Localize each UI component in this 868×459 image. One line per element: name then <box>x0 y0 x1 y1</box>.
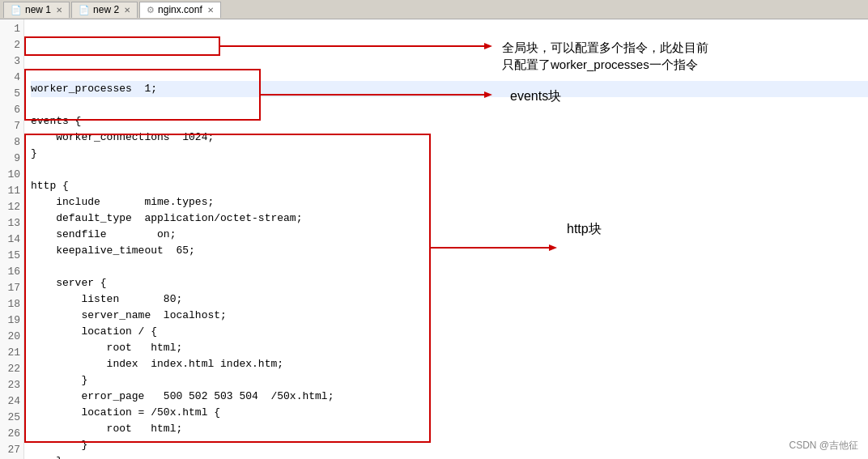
code-line-9: include mime.types; <box>31 194 868 210</box>
annotation3-area: http块 <box>567 220 729 238</box>
line-number-15: 15 <box>0 248 20 264</box>
line-number-12: 12 <box>0 199 20 215</box>
code-line-20: } <box>31 372 868 389</box>
code-line-17: location / { <box>31 324 868 340</box>
code-line-16: server_name localhost; <box>31 308 868 324</box>
code-line-15: listen 80; <box>31 291 868 308</box>
tab-new1-icon: 📄 <box>11 5 22 15</box>
code-line-10: default_type application/octet-stream; <box>31 210 868 227</box>
code-line-3 <box>31 97 868 113</box>
tab-bar: 📄 new 1 ✕ 📄 new 2 ✕ ⚙ nginx.conf ✕ <box>0 0 868 19</box>
tab-new1[interactable]: 📄 new 1 ✕ <box>3 2 70 18</box>
code-line-6: } <box>31 146 868 162</box>
line-number-19: 19 <box>0 312 20 329</box>
line-number-2: 2 <box>0 37 20 53</box>
line-number-10: 10 <box>0 167 20 183</box>
line-number-7: 7 <box>0 118 20 134</box>
code-content[interactable]: worker_processes 1; events { worker_conn… <box>24 19 868 459</box>
tab-nginx-conf-close[interactable]: ✕ <box>207 6 214 15</box>
line-number-6: 6 <box>0 102 20 118</box>
tab-new2[interactable]: 📄 new 2 ✕ <box>71 2 138 18</box>
annotation1-area: 全局块，可以配置多个指令，此处目前 只配置了worker_processes一个… <box>502 39 826 73</box>
line-number-11: 11 <box>0 183 20 199</box>
line-number-25: 25 <box>0 410 20 426</box>
tab-nginx-conf-icon: ⚙ <box>147 5 155 15</box>
tab-new2-icon: 📄 <box>79 5 90 15</box>
main-content: 1234567891011121314151617181920212223242… <box>0 19 868 459</box>
line-number-13: 13 <box>0 215 20 232</box>
code-line-25: } <box>31 453 868 459</box>
line-number-21: 21 <box>0 345 20 361</box>
line-number-27: 27 <box>0 442 20 458</box>
code-line-4: events { <box>31 113 868 130</box>
annotation3-text: http块 <box>567 220 729 238</box>
csdn-watermark: CSDN @吉他征 <box>789 439 858 453</box>
code-line-12: keepalive_timeout 65; <box>31 243 868 259</box>
code-line-14: server { <box>31 275 868 291</box>
line-number-16: 16 <box>0 264 20 280</box>
code-line-18: root html; <box>31 340 868 356</box>
line-number-9: 9 <box>0 151 20 167</box>
annotation2-area: events块 <box>510 87 672 105</box>
tab-new1-label: new 1 <box>25 4 51 15</box>
line-number-22: 22 <box>0 361 20 377</box>
line-number-24: 24 <box>0 393 20 410</box>
tab-nginx-conf-label: nginx.conf <box>158 4 202 15</box>
code-line-7 <box>31 162 868 178</box>
line-number-17: 17 <box>0 280 20 296</box>
line-number-4: 4 <box>0 70 20 86</box>
code-line-19: index index.html index.htm; <box>31 356 868 372</box>
line-number-14: 14 <box>0 232 20 248</box>
line-number-3: 3 <box>0 53 20 70</box>
code-line-21: error_page 500 502 503 504 /50x.html; <box>31 389 868 405</box>
line-number-1: 1 <box>0 21 20 37</box>
code-line-11: sendfile on; <box>31 227 868 243</box>
line-number-5: 5 <box>0 86 20 102</box>
line-numbers: 1234567891011121314151617181920212223242… <box>0 19 24 459</box>
code-line-13 <box>31 259 868 275</box>
code-line-24: } <box>31 437 868 453</box>
code-line-23: root html; <box>31 421 868 437</box>
annotation1-text1: 全局块，可以配置多个指令，此处目前 <box>502 39 826 56</box>
annotation2-text: events块 <box>510 87 672 105</box>
tab-new1-close[interactable]: ✕ <box>56 6 62 15</box>
tab-nginx-conf[interactable]: ⚙ nginx.conf ✕ <box>139 2 221 18</box>
line-number-20: 20 <box>0 329 20 345</box>
tab-new2-close[interactable]: ✕ <box>124 6 130 15</box>
code-line-22: location = /50x.html { <box>31 405 868 421</box>
code-line-2: worker_processes 1; <box>31 81 868 97</box>
line-number-8: 8 <box>0 134 20 151</box>
line-number-18: 18 <box>0 296 20 312</box>
annotation1-text2: 只配置了worker_processes一个指令 <box>502 56 826 73</box>
code-line-8: http { <box>31 178 868 194</box>
code-area: 1234567891011121314151617181920212223242… <box>0 19 868 459</box>
code-line-5: worker_connections 1024; <box>31 130 868 146</box>
tab-new2-label: new 2 <box>93 4 119 15</box>
line-number-23: 23 <box>0 377 20 393</box>
line-number-26: 26 <box>0 426 20 442</box>
